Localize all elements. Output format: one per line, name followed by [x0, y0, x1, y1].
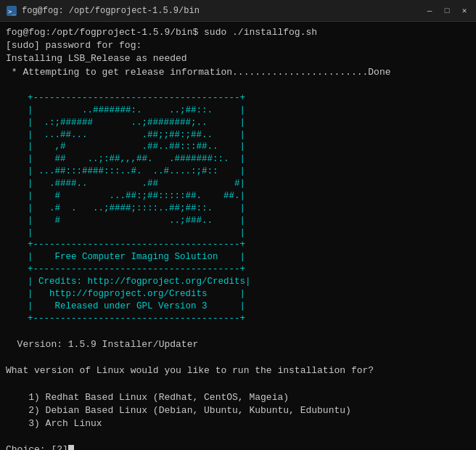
- command-line: fog@fog:/opt/fogproject-1.5.9/bin$ sudo …: [6, 26, 470, 39]
- choice-label: Choice: [2]: [6, 443, 68, 450]
- version-line: Version: 1.5.9 Installer/Updater: [6, 338, 470, 351]
- close-button[interactable]: ✕: [459, 5, 470, 17]
- maximize-button[interactable]: □: [441, 5, 453, 17]
- cursor: [68, 445, 74, 450]
- attempting-line: * Attempting to get release information.…: [6, 66, 470, 79]
- option-1: 1) Redhat Based Linux (Redhat, CentOS, M…: [6, 391, 470, 404]
- blank-1: [6, 79, 470, 92]
- lsb-line: Installing LSB_Release as needed: [6, 52, 470, 65]
- blank-5: [6, 430, 470, 443]
- choice-prompt: Choice: [2]: [6, 443, 470, 450]
- blank-4: [6, 377, 470, 390]
- terminal-body[interactable]: fog@fog:/opt/fogproject-1.5.9/bin$ sudo …: [0, 22, 476, 450]
- svg-text:>_: >_: [8, 8, 16, 15]
- blank-3: [6, 351, 470, 364]
- option-3: 3) Arch Linux: [6, 417, 470, 430]
- titlebar: >_ fog@fog: /opt/fogproject-1.5.9/bin — …: [0, 0, 476, 22]
- window-controls: — □ ✕: [424, 5, 470, 17]
- app-icon: >_: [6, 5, 17, 17]
- minimize-button[interactable]: —: [424, 5, 435, 17]
- question-line: What version of Linux would you like to …: [6, 364, 470, 377]
- option-2: 2) Debian Based Linux (Debian, Ubuntu, K…: [6, 404, 470, 417]
- window-title: fog@fog: /opt/fogproject-1.5.9/bin: [22, 6, 424, 16]
- terminal-window: >_ fog@fog: /opt/fogproject-1.5.9/bin — …: [0, 0, 476, 450]
- ascii-art: +--------------------------------------+…: [6, 92, 470, 325]
- blank-2: [6, 325, 470, 338]
- sudo-prompt: [sudo] password for fog:: [6, 39, 470, 52]
